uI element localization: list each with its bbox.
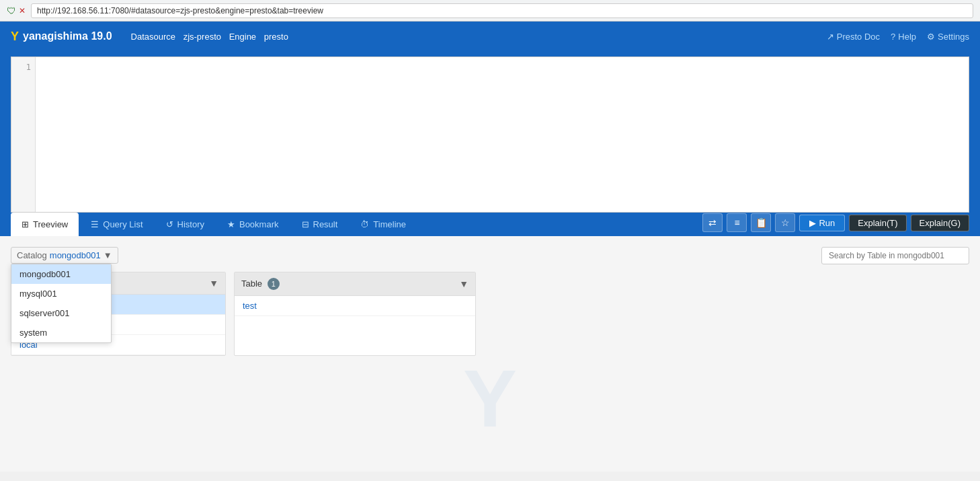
app-title: yanagishima 19.0 (23, 30, 112, 42)
catalog-button[interactable]: Catalog mongodb001 ▼ (11, 247, 118, 264)
table-filter-icon[interactable]: ▼ (459, 279, 468, 289)
tab-bookmark[interactable]: ★ Bookmark (216, 213, 290, 236)
bookmark-icon: ★ (227, 219, 235, 229)
copy-button[interactable]: 📋 (751, 213, 771, 232)
catalog-selected-value: mongodb001 (50, 250, 101, 260)
catalog-option-mysql001[interactable]: mysql001 (11, 284, 111, 303)
swap-button[interactable]: ⇄ (702, 213, 723, 232)
url-text: http://192.168.56.11:7080/#datasource=zj… (37, 6, 323, 15)
dropdown-arrow-icon: ▼ (104, 250, 112, 260)
tab-querylist[interactable]: ☰ Query List (80, 213, 153, 236)
timeline-icon: ⏱ (360, 219, 369, 229)
close-icon: ✕ (19, 6, 26, 15)
header-right: ↗ Presto Doc ? Help ⚙ Settings (827, 32, 969, 42)
schema-filter-icon[interactable]: ▼ (209, 278, 218, 289)
address-bar[interactable]: http://192.168.56.11:7080/#datasource=zj… (31, 3, 973, 18)
table-count-badge: 1 (268, 278, 280, 290)
logo-icon: Y (11, 30, 19, 44)
table-list: test (235, 296, 475, 316)
catalog-option-mongodb001[interactable]: mongodb001 (11, 264, 111, 284)
star-button[interactable]: ☆ (775, 213, 795, 232)
browser-icons: 🛡 ✕ (7, 5, 26, 16)
presto-doc-link[interactable]: ↗ Presto Doc (827, 32, 880, 42)
main-content: Catalog mongodb001 ▼ mongodb001 mysql001… (0, 236, 980, 472)
tab-bar: ⊞ Treeview ☰ Query List ↺ History ★ Book… (0, 213, 980, 236)
sql-editor[interactable] (36, 57, 969, 212)
watermark: Y (463, 352, 517, 445)
tab-result[interactable]: ⊟ Result (291, 213, 349, 236)
gear-icon: ⚙ (927, 32, 935, 42)
list-button[interactable]: ≡ (727, 213, 747, 232)
tab-history[interactable]: ↺ History (155, 213, 215, 236)
editor-area: 1 (0, 51, 980, 213)
catalog-option-system[interactable]: system (11, 323, 111, 342)
table-item-test[interactable]: test (235, 296, 475, 316)
catalog-dropdown: mongodb001 mysql001 sqlserver001 system (11, 264, 112, 343)
swap-icon: ⇄ (708, 217, 717, 228)
help-link[interactable]: ? Help (891, 32, 916, 42)
history-icon: ↺ (166, 219, 173, 229)
search-box (821, 247, 969, 264)
catalog-select-wrapper: Catalog mongodb001 ▼ mongodb001 mysql001… (11, 247, 118, 264)
tab-bar-right: ⇄ ≡ 📋 ☆ ▶ Run Explain(T) Explain(G) (702, 213, 969, 236)
line-numbers: 1 (11, 57, 36, 212)
shield-icon: 🛡 (7, 5, 16, 16)
list-icon: ≡ (734, 217, 739, 228)
table-panel-header: Table 1 ▼ (235, 272, 475, 296)
app-logo: Y yanagishima 19.0 (11, 30, 112, 44)
star-icon: ☆ (781, 217, 790, 228)
table-search-input[interactable] (821, 247, 969, 264)
copy-icon: 📋 (756, 217, 767, 228)
catalog-option-sqlserver001[interactable]: sqlserver001 (11, 303, 111, 323)
help-icon: ? (891, 32, 895, 42)
run-button[interactable]: ▶ Run (799, 215, 845, 231)
datasource-label: Datasource zjs-presto Engine presto (128, 32, 291, 42)
querylist-icon: ☰ (91, 219, 99, 229)
tab-treeview[interactable]: ⊞ Treeview (11, 213, 79, 236)
tab-bar-left: ⊞ Treeview ☰ Query List ↺ History ★ Book… (11, 213, 702, 236)
app-header: Y yanagishima 19.0 Datasource zjs-presto… (0, 22, 980, 51)
play-icon: ▶ (809, 218, 816, 228)
tab-timeline[interactable]: ⏱ Timeline (350, 213, 417, 236)
table-panel: Table 1 ▼ test (234, 272, 476, 356)
settings-link[interactable]: ⚙ Settings (927, 32, 969, 42)
editor-wrapper: 1 (11, 57, 969, 213)
treeview-icon: ⊞ (22, 219, 29, 229)
explain-g-button[interactable]: Explain(G) (911, 215, 969, 231)
panels: Schema ▼ config information_schema local… (11, 272, 969, 356)
external-link-icon: ↗ (827, 32, 834, 42)
browser-bar: 🛡 ✕ http://192.168.56.11:7080/#datasourc… (0, 0, 980, 22)
explain-t-button[interactable]: Explain(T) (849, 215, 906, 231)
result-icon: ⊟ (302, 219, 309, 229)
